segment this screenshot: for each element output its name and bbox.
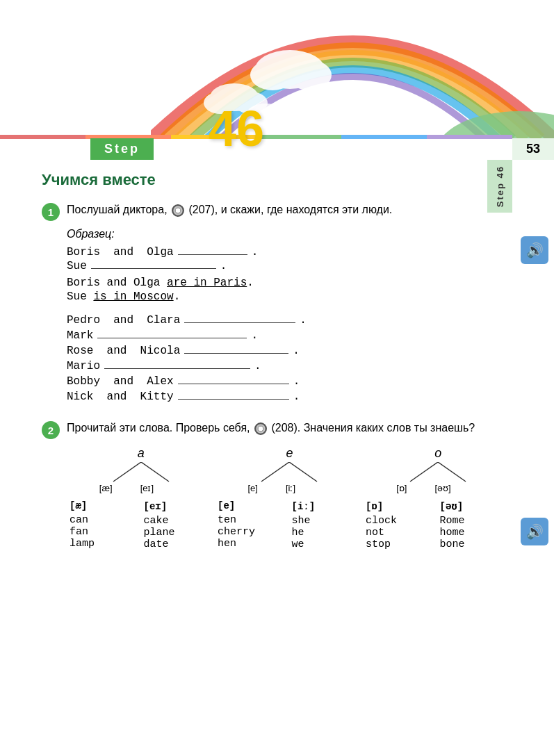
phonetics-grid: [æ] can fan lamp [eɪ] cake plane date [e… — [67, 500, 512, 550]
phonetic-word: ten — [218, 514, 288, 526]
symbol-o: [ɒ] — [366, 500, 436, 512]
svg-point-9 — [264, 110, 292, 129]
phonetic-word: fan — [70, 526, 140, 538]
svg-line-11 — [141, 462, 169, 482]
phonetic-word: can — [70, 514, 140, 526]
symbol-ae: [æ] — [70, 500, 140, 511]
exercise-items: Pedro and Clara . Mark . Rose and Nicola… — [67, 314, 512, 403]
vowel-branch-a: a [æ][eɪ] — [99, 446, 183, 493]
exercise-2-header: 2 Прочитай эти слова. Проверь себя, (208… — [42, 420, 512, 439]
phonetics-col-ii: [iː] she he we — [292, 500, 362, 550]
example-blanks: Boris and Olga . Sue . — [67, 246, 512, 272]
phonetic-word: he — [292, 527, 362, 539]
svg-line-13 — [289, 462, 317, 482]
answer-2: is in Moscow — [93, 290, 173, 303]
vowel-branch-e: e [e][iː] — [247, 446, 331, 493]
exercise-1: 1 Послушай диктора, (207), и скажи, где … — [42, 202, 512, 403]
phonetic-word: home — [440, 527, 510, 539]
exercise-2-number: 2 — [42, 421, 60, 439]
list-item: Pedro and Clara . — [67, 314, 512, 327]
phonetic-word: bone — [440, 539, 510, 550]
step-number: 46 — [209, 104, 264, 154]
obrazets-label: Образец: — [67, 228, 512, 240]
vowel-branch-o: o [ɒ][əʊ] — [396, 446, 480, 493]
phonetic-word: date — [144, 539, 214, 550]
symbol-ii: [iː] — [292, 500, 362, 512]
vertical-step-text: Step 46 — [495, 165, 505, 207]
phonetics-col-ei: [eɪ] cake plane date — [144, 500, 214, 550]
phonetic-word: cherry — [218, 526, 288, 538]
phonetics-col-o: [ɒ] clock not stop — [366, 500, 436, 550]
section-title: Учимся вместе — [42, 171, 512, 189]
exercise-1-instruction: Послушай диктора, (207), и скажи, где на… — [67, 202, 512, 218]
list-item: Mario . — [67, 360, 512, 372]
symbol-ei: [eɪ] — [144, 500, 214, 512]
list-item: Rose and Nicola . — [67, 345, 512, 357]
vowel-diagram: a [æ][eɪ] e — [67, 446, 512, 493]
phonetic-word: plane — [144, 527, 214, 539]
phonetics-col-ou: [əʊ] Rome home bone — [440, 500, 510, 550]
phonetics-col-ae: [æ] can fan lamp — [70, 500, 140, 550]
exercise-2: 2 Прочитай эти слова. Проверь себя, (208… — [42, 420, 512, 550]
svg-line-10 — [113, 462, 141, 482]
phonetics-col-e: [e] ten cherry hen — [218, 500, 288, 550]
phonetic-word: we — [292, 539, 362, 550]
exercise-2-instruction: Прочитай эти слова. Проверь себя, (208).… — [67, 420, 512, 436]
exercise-1-number: 1 — [42, 203, 60, 221]
symbol-ou: [əʊ] — [440, 500, 510, 512]
phonetic-word: not — [366, 527, 436, 539]
svg-point-3 — [287, 60, 332, 90]
example-item-2: Sue — [67, 260, 87, 272]
header-area: Step 46 53 — [0, 0, 554, 160]
phonetic-word: cake — [144, 515, 214, 527]
main-content: Учимся вместе 1 Послушай диктора, (207),… — [0, 160, 554, 581]
svg-line-12 — [261, 462, 289, 482]
cd-icon-1 — [172, 204, 184, 217]
svg-line-14 — [410, 462, 438, 482]
svg-line-15 — [438, 462, 466, 482]
step-label: Step — [90, 138, 154, 160]
list-item: Bobby and Alex . — [67, 375, 512, 388]
phonetic-word: lamp — [70, 538, 140, 550]
page-number: 53 — [512, 138, 554, 160]
vertical-step-indicator: Step 46 — [487, 160, 512, 213]
exercise-1-header: 1 Послушай диктора, (207), и скажи, где … — [42, 202, 512, 221]
list-item: Mark . — [67, 329, 512, 342]
phonetic-word: Rome — [440, 515, 510, 527]
symbol-e: [e] — [218, 500, 288, 511]
phonetic-word: hen — [218, 538, 288, 550]
phonetic-word: she — [292, 515, 362, 527]
answer-1: are in Paris — [167, 277, 247, 289]
example-item-1: Boris and Olga — [67, 246, 174, 258]
phonetics-section: a [æ][eɪ] e — [42, 446, 512, 550]
example-answers: Boris and Olga are in Paris. Sue is in M… — [67, 277, 512, 303]
cd-icon-2 — [254, 422, 267, 435]
phonetic-word: clock — [366, 515, 436, 527]
phonetic-word: stop — [366, 539, 436, 550]
list-item: Nick and Kitty . — [67, 391, 512, 403]
